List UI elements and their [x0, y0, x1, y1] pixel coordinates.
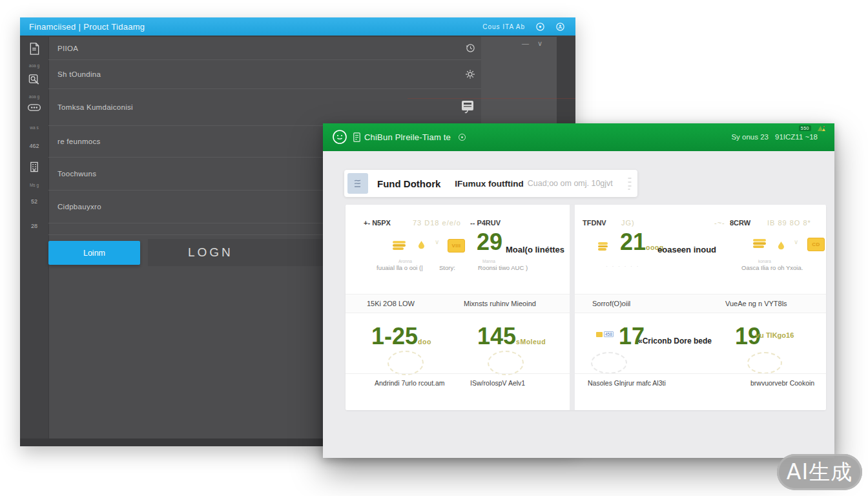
bottom-band: Andrindi 7urlo rcout.am ISw/roIospV Aelv…: [346, 373, 570, 393]
stat-caption: Story:: [439, 264, 455, 271]
document-icon[interactable]: [28, 42, 41, 56]
stat-value: 1-25doo: [371, 325, 431, 348]
dark-titlebar-actions: Cous ITA Ab: [482, 22, 565, 32]
panel-header-faint: JG): [621, 219, 635, 227]
dark-titlebar[interactable]: Finamciised | Prouct Tidaamg Cous ITA Ab: [20, 17, 575, 36]
minimize-icon[interactable]: —: [522, 39, 529, 47]
doodle-circle: [488, 351, 524, 375]
sidebar-tiny-label: aoa g: [29, 63, 39, 68]
bottom-band: Nasoles Glnjrur mafc Al3ti brwvuorvebr C…: [575, 373, 826, 393]
bottom-label: Nasoles Glnjrur mafc Al3ti: [588, 374, 666, 393]
mid-label: Sorrof(O)oiil: [592, 294, 630, 313]
column-divider: [570, 205, 575, 410]
stat-caption: Oasca Ilia ro oh Yxoia.: [741, 264, 803, 271]
gamepad-icon[interactable]: [28, 103, 41, 112]
field-label: re feunmocs: [57, 138, 101, 145]
chevron-down-icon: ∨: [794, 238, 798, 245]
calculator-icon[interactable]: [459, 99, 476, 116]
watermark-text: AI生成: [787, 458, 852, 487]
sidebar-number: 462: [29, 143, 39, 149]
stat-caption-tiny: Aronna: [398, 259, 412, 264]
stat-caption-tiny: Manna: [482, 259, 495, 264]
card-icon: VIII: [448, 239, 465, 253]
form-field-row[interactable]: PIIOA: [48, 37, 481, 60]
titlebar-status-item[interactable]: Sy onus 23: [731, 133, 769, 141]
dark-titlebar-menu[interactable]: Cous ITA Ab: [482, 23, 525, 30]
field-label: Cidpbauyxro: [57, 203, 101, 211]
sidebar-tiny-label: aoa g: [29, 94, 39, 99]
stat-value: 29: [477, 231, 502, 254]
mid-band: Sorrof(O)oiil VueAe ng n VYT8ls: [575, 294, 826, 313]
panel-header: -- P4RUV: [470, 219, 501, 227]
search-icon[interactable]: [28, 73, 41, 85]
stats-panel: +- N5PX 73 D18 e/e/o -- P4RUV ∨ VIII 29 …: [346, 205, 826, 410]
document-icon: [353, 132, 360, 142]
field-label: Tomksa Kumdaiconisi: [57, 103, 133, 111]
stat-label: eoaseen inoud: [657, 245, 716, 254]
bottom-label: Andrindi 7urlo rcout.am: [375, 374, 445, 393]
eye-icon[interactable]: [535, 22, 545, 32]
ai-generated-watermark: AI生成: [777, 454, 862, 490]
stat-caption-tiny: konara: [758, 259, 771, 264]
doodle-circle: [388, 351, 424, 375]
clock-icon[interactable]: [465, 43, 476, 54]
divider-line: [408, 98, 575, 99]
doodle-circle: [747, 352, 782, 374]
account-icon[interactable]: [555, 22, 565, 32]
login-secondary-label: LOGN: [188, 245, 233, 260]
help-icon[interactable]: [459, 134, 466, 141]
sidebar-tiny-label: wa s: [30, 125, 38, 130]
coins-stack-icon: [393, 241, 406, 250]
mid-band: 15Ki 2O8 LOW Mixnsts ruhinv Mieoind: [346, 294, 570, 313]
panel-header: TFDNV: [583, 219, 606, 227]
drop-icon: [778, 241, 785, 250]
field-label: Sh tOundina: [57, 70, 101, 78]
search-card-title: Fund Dothork: [377, 178, 440, 189]
chevron-down-icon[interactable]: ∨: [537, 39, 542, 48]
dark-sidebar: aoa g aoa g wa s 462: [20, 37, 49, 446]
stats-column-left: +- N5PX 73 D18 e/e/o -- P4RUV ∨ VIII 29 …: [346, 205, 570, 410]
panel-header-faint: 73 D18 e/e/o: [413, 219, 461, 227]
chevron-down-icon: ∨: [435, 238, 439, 245]
titlebar-status-item[interactable]: 91ICZ11 ~18: [775, 133, 818, 141]
gear-icon[interactable]: [464, 68, 476, 80]
sidebar-tiny-label: Ms g: [30, 183, 39, 187]
bottom-label: ISw/roIospV Aelv1: [470, 374, 525, 393]
search-card-hint: Cuad;oo om omj. 10gjvt: [528, 179, 613, 188]
field-label: Toochwuns: [57, 170, 96, 178]
sidebar-number: 52: [31, 198, 37, 205]
window-dashboard: ChiBun Plreile-Tiam te Sy onus 23 91ICZ1…: [323, 123, 834, 458]
fund-icon: [347, 173, 368, 194]
panel-header: +- N5PX: [364, 219, 391, 227]
mid-label: 15Ki 2O8 LOW: [367, 294, 415, 313]
faint-dots: · · · · · ·: [606, 263, 640, 269]
doodle-circle: [591, 352, 627, 374]
desktop: Finamciised | Prouct Tidaamg Cous ITA Ab: [0, 0, 868, 496]
drop-icon: [418, 240, 425, 249]
sidebar-number: 28: [31, 223, 37, 229]
mini-asset-icon: 458: [596, 331, 614, 337]
stat-caption: Roonsi tiwo AUC ): [478, 264, 528, 271]
stat-label-olive: vu TlKgo16: [756, 331, 794, 339]
app-logo-icon: [332, 129, 347, 145]
mid-label: Mixnsts ruhinv Mieoind: [464, 294, 536, 313]
plant-icon: [817, 125, 826, 132]
status-badge: 550: [799, 125, 811, 131]
handle-icon[interactable]: [627, 176, 632, 191]
stats-column-right: TFDNV JG) -~- 8CRW IB 89 8O 8* 21ooog eo…: [575, 205, 826, 410]
panel-header-faint: -~-: [714, 219, 725, 227]
panel-header: 8CRW: [730, 219, 750, 227]
building-icon[interactable]: [29, 161, 40, 173]
green-window-title: ChiBun Plreile-Tiam te: [364, 132, 451, 142]
stat-value: 145sMoleud: [477, 325, 546, 348]
green-titlebar[interactable]: ChiBun Plreile-Tiam te Sy onus 23 91ICZ1…: [323, 123, 834, 151]
search-card[interactable]: Fund Dothork IFumux foutftind Cuad;oo om…: [344, 170, 637, 197]
stat-caption: fuuaial lla o ooi (|: [377, 264, 423, 271]
form-field-row[interactable]: Tomksa Kumdaiconisi: [48, 89, 481, 126]
mid-label: VueAe ng n VYT8ls: [725, 294, 787, 313]
stat-label: «Criconb Dore bede: [638, 336, 712, 346]
form-field-row[interactable]: Sh tOundina: [48, 60, 481, 89]
login-button-primary[interactable]: Loinm: [48, 241, 140, 265]
card-icon: CD: [807, 238, 825, 251]
coins-stack-icon: [753, 239, 766, 248]
